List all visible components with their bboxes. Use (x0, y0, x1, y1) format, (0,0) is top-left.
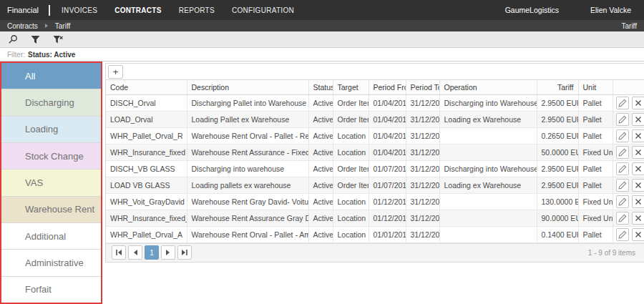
sidebar-item-all[interactable]: All (1, 63, 101, 89)
cell-target: Location (333, 210, 369, 226)
delete-button[interactable] (632, 162, 644, 175)
table-row[interactable]: DISCH_VB GLASSDischarging into warehouse… (106, 160, 644, 177)
main-panel: + CodeDescriptionStatusTargetPeriod From… (102, 62, 644, 304)
table-row[interactable]: LOAD VB GLASSLoading pallets ex warehous… (106, 177, 644, 193)
edit-button[interactable] (616, 195, 629, 208)
edit-button[interactable] (616, 212, 629, 225)
sidebar-item-forfait[interactable]: Forfait (1, 277, 101, 303)
column-header-tariff[interactable]: Tariff (537, 80, 578, 94)
edit-button[interactable] (616, 113, 629, 126)
prev-page-button[interactable] (128, 245, 142, 260)
pencil-icon (618, 132, 627, 140)
cell-actions (613, 193, 644, 210)
cell-unit: Fixed Unit (578, 210, 613, 226)
table-row[interactable]: WHR_Insurance_fixed_GrayDavidWarehouse R… (106, 210, 644, 226)
sidebar-item-warehouse-rent[interactable]: Warehouse Rent (1, 197, 101, 223)
edit-button[interactable] (616, 228, 629, 241)
cell-code: WHR_Insurance_fixed (106, 144, 187, 160)
page-number-button[interactable]: 1 (145, 245, 159, 260)
cell-status: Active (308, 94, 333, 111)
sidebar-item-administrative[interactable]: Administrative (1, 250, 101, 276)
table-row[interactable]: DISCH_OrvalDischarging Pallet into Wareh… (106, 94, 644, 111)
delete-button[interactable] (632, 97, 644, 109)
last-page-button[interactable] (177, 245, 192, 260)
menu-item-reports[interactable]: REPORTS (179, 6, 215, 14)
edit-button[interactable] (616, 129, 629, 142)
company-name[interactable]: GaumeLogistics (505, 6, 559, 14)
column-header-operation[interactable]: Operation (439, 80, 537, 94)
menu-item-configuration[interactable]: CONFIGURATION (232, 6, 294, 14)
cell-actions (613, 94, 644, 111)
cell-code: WHR_Insurance_fixed_GrayDavid (106, 210, 187, 226)
column-header-description[interactable]: Description (187, 80, 308, 94)
app-brand[interactable]: Financial (0, 6, 49, 14)
edit-button[interactable] (616, 146, 629, 159)
cell-tariff: 2.9500 EUR (537, 94, 578, 111)
column-header-target[interactable]: Target (333, 80, 369, 94)
filter-button[interactable] (29, 34, 42, 46)
x-icon (635, 198, 642, 205)
delete-button[interactable] (632, 146, 644, 159)
cell-unit: Fixed Unit (578, 144, 613, 160)
cell-period_from: 01/12/2017 (369, 210, 406, 226)
cell-code: DISCH_VB GLASS (106, 160, 187, 177)
cell-operation: Loading ex Warehouse (439, 111, 537, 127)
breadcrumb-tariff[interactable]: Tariff (55, 22, 71, 30)
delete-button[interactable] (632, 113, 644, 126)
clear-filter-button[interactable] (52, 34, 64, 46)
cell-operation: Loading ex Warehouse (439, 177, 537, 193)
top-nav-right: GaumeLogistics Elien Valcke (505, 6, 644, 14)
cell-actions (613, 127, 644, 144)
cell-unit: Pallet (578, 94, 613, 111)
sidebar-item-additional[interactable]: Additional (1, 223, 101, 250)
tariff-table: CodeDescriptionStatusTargetPeriod FromPe… (106, 80, 644, 243)
column-header-code[interactable]: Code (106, 80, 187, 94)
edit-button[interactable] (616, 97, 629, 109)
delete-button[interactable] (632, 195, 644, 208)
menu-item-invoices[interactable]: INVOICES (62, 6, 97, 14)
menu-item-contracts[interactable]: CONTRACTS (114, 6, 161, 14)
delete-button[interactable] (632, 179, 644, 192)
cell-actions (613, 111, 644, 127)
table-row[interactable]: WHR_Pallet_Orval_RWarehouse Rent Orval -… (106, 127, 644, 144)
delete-button[interactable] (632, 129, 644, 142)
edit-button[interactable] (616, 179, 629, 192)
cell-status: Active (308, 144, 333, 160)
search-icon (8, 34, 18, 44)
cell-operation (439, 210, 537, 226)
column-header-unit[interactable]: Unit (578, 80, 613, 94)
nav-divider (49, 5, 50, 16)
x-icon (635, 116, 642, 123)
table-row[interactable]: LOAD_OrvalLoading Pallet ex WarehouseAct… (106, 111, 644, 127)
user-name[interactable]: Elien Valcke (590, 6, 631, 14)
sidebar-item-discharging[interactable]: Discharging (1, 89, 101, 116)
table-row[interactable]: WHR_Pallet_Orval_AWarehouse Rent Orval -… (106, 226, 644, 242)
x-icon (635, 182, 642, 189)
cell-target: Order Item (333, 111, 369, 127)
sidebar-item-stock-change[interactable]: Stock Change (1, 143, 101, 170)
column-header-period_from[interactable]: Period From (369, 80, 406, 94)
cell-operation: Discharging into Warehouse (439, 160, 537, 177)
x-icon (635, 132, 642, 139)
cell-status: Active (308, 127, 333, 144)
search-button[interactable] (6, 34, 19, 46)
app-window: Financial INVOICESCONTRACTSREPORTSCONFIG… (0, 0, 644, 304)
cell-period_to: 31/12/2099 (406, 144, 439, 160)
breadcrumb-contracts[interactable]: Contracts (7, 22, 38, 30)
table-row[interactable]: WHR_Voit_GrayDavidWarehouse Rent Gray Da… (106, 193, 644, 210)
next-page-button[interactable] (161, 245, 175, 260)
cell-actions (613, 177, 644, 193)
column-header-status[interactable]: Status (308, 80, 333, 94)
table-row[interactable]: WHR_Insurance_fixedWarehouse Rent Assura… (106, 144, 644, 160)
delete-button[interactable] (632, 212, 644, 225)
add-tariff-button[interactable]: + (108, 65, 123, 79)
delete-button[interactable] (632, 228, 644, 241)
breadcrumb: Contracts Tariff Tariff (0, 20, 644, 31)
sidebar-item-loading[interactable]: Loading (1, 117, 101, 143)
cell-tariff: 130.0000 EUR (537, 193, 578, 210)
cell-period_from: 01/07/2017 (369, 177, 406, 193)
first-page-button[interactable] (112, 245, 126, 260)
column-header-period_to[interactable]: Period To (406, 80, 439, 94)
sidebar-item-vas[interactable]: VAS (1, 170, 101, 196)
edit-button[interactable] (616, 162, 629, 175)
